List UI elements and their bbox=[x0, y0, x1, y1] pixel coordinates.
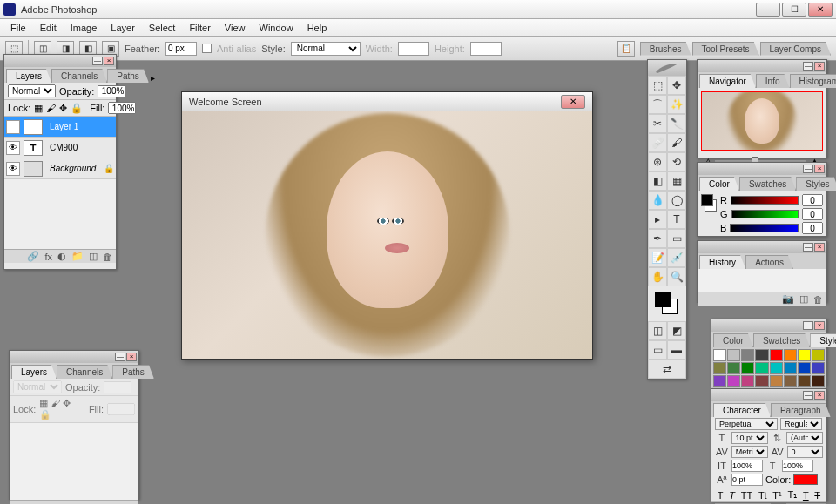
toolbox-header[interactable] bbox=[648, 60, 686, 76]
baseline-input[interactable] bbox=[732, 474, 763, 486]
menu-file[interactable]: File bbox=[3, 21, 33, 35]
panel-minimize-icon[interactable]: — bbox=[803, 165, 813, 173]
shape-tool[interactable]: ▭ bbox=[667, 229, 686, 248]
layer-thumbnail[interactable]: T bbox=[24, 119, 43, 135]
panel-minimize-icon[interactable]: — bbox=[92, 57, 103, 65]
eraser-tool[interactable]: ◧ bbox=[648, 171, 667, 191]
close-button[interactable]: ✕ bbox=[808, 3, 833, 17]
minimize-button[interactable]: — bbox=[756, 3, 780, 17]
menu-help[interactable]: Help bbox=[300, 21, 334, 35]
style-swatch[interactable] bbox=[755, 349, 768, 361]
antialias-checkbox[interactable] bbox=[202, 44, 212, 53]
menu-image[interactable]: Image bbox=[64, 21, 104, 35]
tab-layers[interactable]: Layers bbox=[6, 69, 51, 83]
menu-select[interactable]: Select bbox=[142, 21, 183, 35]
link-layers-icon[interactable]: 🔗 bbox=[27, 251, 39, 262]
eyedropper-tool[interactable]: 💉 bbox=[667, 248, 686, 267]
style-swatch[interactable] bbox=[770, 349, 783, 361]
tab-color[interactable]: Color bbox=[713, 333, 753, 347]
panel-minimize-icon[interactable]: — bbox=[803, 391, 813, 400]
layer-thumbnail[interactable]: T bbox=[24, 140, 43, 156]
panel-close-icon[interactable]: × bbox=[814, 321, 825, 330]
menu-filter[interactable]: Filter bbox=[182, 21, 217, 35]
lock-position-icon[interactable]: ✥ bbox=[59, 103, 67, 114]
tab-styles[interactable]: Styles bbox=[796, 177, 836, 191]
style-swatch[interactable] bbox=[741, 349, 754, 361]
leading-select[interactable]: (Auto) bbox=[786, 432, 823, 444]
panel-minimize-icon[interactable]: — bbox=[803, 62, 813, 71]
panel-minimize-icon[interactable]: — bbox=[803, 321, 813, 330]
style-swatch[interactable] bbox=[713, 349, 726, 361]
wand-tool[interactable]: ✨ bbox=[667, 95, 686, 114]
style-swatch[interactable] bbox=[755, 375, 768, 387]
style-swatch[interactable] bbox=[727, 375, 740, 387]
superscript-icon[interactable]: T¹ bbox=[772, 490, 781, 501]
stamp-tool[interactable]: ⊛ bbox=[648, 152, 667, 171]
imageready-icon[interactable]: ⇄ bbox=[648, 360, 686, 379]
tab-swatches[interactable]: Swatches bbox=[753, 333, 810, 347]
layer-name[interactable]: CM900 bbox=[46, 143, 114, 152]
font-size-select[interactable]: 10 pt bbox=[732, 432, 768, 444]
strikethrough-icon[interactable]: T bbox=[814, 490, 820, 501]
tab-history[interactable]: History bbox=[699, 255, 745, 269]
tab-swatches[interactable]: Swatches bbox=[739, 177, 796, 191]
tab-channels[interactable]: Channels bbox=[57, 365, 112, 379]
style-swatch[interactable] bbox=[784, 349, 797, 361]
visibility-icon[interactable]: 👁 bbox=[6, 141, 20, 155]
foreground-color[interactable] bbox=[655, 292, 671, 307]
menu-edit[interactable]: Edit bbox=[33, 21, 64, 35]
delete-state-icon[interactable]: 🗑 bbox=[813, 294, 823, 305]
tab-paths[interactable]: Paths bbox=[107, 69, 149, 83]
tab-info[interactable]: Info bbox=[756, 74, 790, 88]
document-titlebar[interactable]: Welcome Screen ✕ bbox=[182, 92, 592, 111]
maximize-button[interactable]: ☐ bbox=[782, 3, 806, 17]
hand-tool[interactable]: ✋ bbox=[648, 267, 667, 286]
kerning-select[interactable]: Metrics bbox=[732, 446, 768, 458]
style-swatch[interactable] bbox=[741, 362, 754, 374]
style-swatch[interactable] bbox=[770, 375, 783, 387]
visibility-icon[interactable]: 👁 bbox=[6, 120, 20, 134]
panel-close-icon[interactable]: × bbox=[126, 353, 137, 361]
subscript-icon[interactable]: T₁ bbox=[787, 489, 797, 501]
blue-input[interactable] bbox=[802, 222, 823, 234]
hscale-input[interactable] bbox=[782, 460, 813, 472]
style-swatch[interactable] bbox=[770, 362, 783, 374]
tab-tool-presets[interactable]: Tool Presets bbox=[692, 42, 759, 56]
brush-tool[interactable]: 🖌 bbox=[667, 133, 686, 152]
lock-transparency-icon[interactable]: ▦ bbox=[34, 103, 43, 114]
zoom-tool[interactable]: 🔍 bbox=[667, 267, 686, 286]
tab-layer-comps[interactable]: Layer Comps bbox=[760, 42, 831, 56]
font-family-select[interactable]: Perpetua bbox=[715, 418, 778, 430]
style-swatch[interactable] bbox=[798, 349, 811, 361]
allcaps-icon[interactable]: TT bbox=[741, 490, 752, 501]
color-swatches[interactable] bbox=[648, 286, 686, 321]
lasso-tool[interactable]: ⌒ bbox=[648, 95, 667, 114]
layer-row[interactable]: 👁 T CM900 bbox=[4, 138, 116, 158]
underline-icon[interactable]: T bbox=[803, 490, 809, 501]
style-swatch[interactable] bbox=[812, 362, 825, 374]
panel-close-icon[interactable]: × bbox=[814, 165, 825, 173]
panel-menu-icon[interactable]: ▸ bbox=[149, 73, 157, 83]
visibility-icon[interactable]: 👁 bbox=[6, 162, 20, 176]
green-slider[interactable] bbox=[732, 210, 799, 218]
tab-navigator[interactable]: Navigator bbox=[699, 74, 756, 88]
canvas[interactable] bbox=[182, 111, 592, 359]
vscale-input[interactable] bbox=[732, 460, 763, 472]
style-swatch[interactable] bbox=[812, 375, 825, 387]
tab-layers[interactable]: Layers bbox=[11, 365, 57, 379]
blend-mode-select[interactable]: Normal bbox=[8, 84, 56, 97]
layer-row[interactable]: 👁 T Layer 1 bbox=[4, 117, 116, 138]
text-color-swatch[interactable] bbox=[793, 474, 818, 485]
green-input[interactable] bbox=[802, 208, 823, 220]
menu-window[interactable]: Window bbox=[253, 21, 300, 35]
tab-channels[interactable]: Channels bbox=[51, 69, 107, 83]
tab-styles[interactable]: Styles bbox=[810, 333, 836, 347]
red-slider[interactable] bbox=[731, 196, 799, 205]
red-input[interactable] bbox=[802, 194, 823, 206]
panel-close-icon[interactable]: × bbox=[814, 243, 825, 252]
blue-slider[interactable] bbox=[730, 224, 799, 232]
layer-thumbnail[interactable] bbox=[24, 161, 43, 177]
tracking-select[interactable]: 0 bbox=[787, 446, 823, 458]
navigator-thumbnail[interactable] bbox=[701, 91, 823, 151]
new-layer-icon[interactable]: ◫ bbox=[89, 251, 98, 262]
